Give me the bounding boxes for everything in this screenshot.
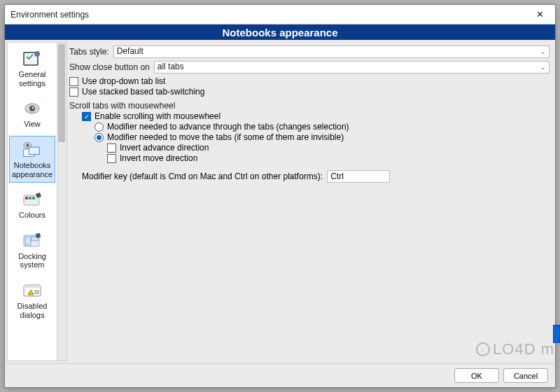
scrollbar-thumb[interactable] bbox=[58, 44, 65, 142]
sidebar-wrap: General settings View bbox=[5, 40, 68, 363]
tabs-style-label: Tabs style: bbox=[69, 47, 109, 57]
tabs-style-combo[interactable]: Default ⌄ bbox=[113, 46, 550, 58]
cancel-button[interactable]: Cancel bbox=[503, 368, 548, 383]
close-button-row: Show close button on all tabs ⌄ bbox=[69, 61, 550, 74]
section-banner: Notebooks appearance bbox=[5, 24, 555, 40]
sidebar-item-general[interactable]: General settings bbox=[9, 45, 55, 92]
dialog-window: Environment settings ✕ Notebooks appeara… bbox=[4, 4, 556, 388]
option-label: Invert move direction bbox=[120, 153, 197, 163]
close-button-label: Show close button on bbox=[69, 62, 150, 72]
close-icon: ✕ bbox=[536, 9, 544, 20]
option-label: Modifier needed to advance through the t… bbox=[107, 122, 349, 132]
option-label: Use drop-down tab list bbox=[82, 76, 165, 86]
svg-rect-13 bbox=[32, 197, 35, 200]
close-button[interactable]: ✕ bbox=[528, 6, 551, 23]
radio[interactable] bbox=[94, 122, 104, 132]
svg-rect-9 bbox=[29, 147, 39, 154]
option-label: Invert advance direction bbox=[120, 143, 209, 153]
modifier-move-radio[interactable]: Modifier needed to move the tabs (if som… bbox=[69, 132, 550, 142]
chevron-down-icon: ⌄ bbox=[540, 48, 546, 55]
sidebar-item-label: General settings bbox=[18, 70, 46, 88]
titlebar: Environment settings ✕ bbox=[5, 5, 555, 24]
notebook-appearance-icon bbox=[21, 140, 43, 160]
warning-dialog-icon bbox=[21, 281, 43, 300]
stacked-tabswitch-option[interactable]: Use stacked based tab-switching bbox=[69, 87, 550, 97]
modifier-advance-radio[interactable]: Modifier needed to advance through the t… bbox=[69, 122, 550, 132]
modifier-key-row: Modifier key (default is Cmd on Mac and … bbox=[69, 170, 550, 183]
sidebar-item-view[interactable]: View bbox=[9, 94, 55, 133]
checkbox[interactable] bbox=[69, 88, 78, 97]
option-label: Use stacked based tab-switching bbox=[82, 87, 204, 97]
svg-point-4 bbox=[29, 106, 35, 111]
dialog-body: General settings View bbox=[5, 40, 555, 363]
checkbox[interactable] bbox=[69, 77, 78, 86]
option-label: Modifier needed to move the tabs (if som… bbox=[107, 132, 344, 142]
sidebar-item-notebooks-appearance[interactable]: Notebooks appearance bbox=[9, 136, 55, 183]
combo-value: all tabs bbox=[158, 62, 184, 71]
checklist-icon bbox=[21, 49, 43, 69]
svg-point-7 bbox=[27, 144, 29, 146]
option-label: Enable scrolling with mousewheel bbox=[94, 111, 220, 121]
svg-rect-20 bbox=[34, 293, 39, 294]
ok-button[interactable]: OK bbox=[454, 368, 499, 383]
docking-icon bbox=[21, 231, 43, 251]
svg-rect-15 bbox=[25, 237, 31, 245]
svg-rect-11 bbox=[25, 197, 28, 200]
radio[interactable] bbox=[94, 133, 104, 142]
sidebar-item-label: Disabled dialogs bbox=[18, 302, 48, 319]
checkbox[interactable] bbox=[107, 144, 116, 153]
palette-icon bbox=[21, 190, 43, 209]
svg-point-2 bbox=[34, 51, 40, 57]
modifier-key-label: Modifier key (default is Cmd on Mac and … bbox=[82, 172, 323, 181]
svg-point-5 bbox=[32, 107, 34, 109]
svg-rect-12 bbox=[29, 197, 31, 200]
modifier-key-input[interactable] bbox=[327, 170, 390, 183]
chevron-down-icon: ⌄ bbox=[540, 64, 546, 71]
svg-rect-19 bbox=[34, 290, 39, 292]
sidebar-item-colours[interactable]: Colours bbox=[9, 186, 55, 224]
window-title: Environment settings bbox=[10, 10, 528, 20]
close-button-combo[interactable]: all tabs ⌄ bbox=[154, 61, 550, 74]
checkbox[interactable] bbox=[107, 154, 116, 163]
invert-move-option[interactable]: Invert move direction bbox=[69, 153, 550, 163]
dropdown-tablist-option[interactable]: Use drop-down tab list bbox=[69, 76, 550, 86]
sidebar-item-docking[interactable]: Docking system bbox=[9, 227, 55, 274]
sidebar-scrollbar[interactable] bbox=[57, 42, 67, 361]
enable-scroll-option[interactable]: ✓ Enable scrolling with mousewheel bbox=[69, 111, 550, 121]
invert-advance-option[interactable]: Invert advance direction bbox=[69, 143, 550, 153]
sidebar-item-label: Colours bbox=[19, 211, 46, 220]
svg-rect-18 bbox=[24, 285, 41, 288]
sidebar-item-disabled-dialogs[interactable]: Disabled dialogs bbox=[9, 276, 55, 323]
sidebar-item-label: View bbox=[24, 120, 41, 129]
sidebar-item-label: Docking system bbox=[18, 252, 46, 270]
dialog-footer: OK Cancel bbox=[5, 363, 555, 387]
sidebar: General settings View bbox=[7, 42, 57, 361]
checkbox[interactable]: ✓ bbox=[82, 112, 91, 121]
sidebar-item-label: Notebooks appearance bbox=[12, 161, 52, 178]
combo-value: Default bbox=[117, 46, 144, 56]
tabs-style-row: Tabs style: Default ⌄ bbox=[69, 46, 550, 58]
scroll-group-label: Scroll tabs with mousewheel bbox=[69, 101, 550, 111]
background-fragment bbox=[553, 325, 560, 343]
eye-icon bbox=[21, 99, 43, 118]
content-panel: Tabs style: Default ⌄ Show close button … bbox=[68, 40, 555, 363]
